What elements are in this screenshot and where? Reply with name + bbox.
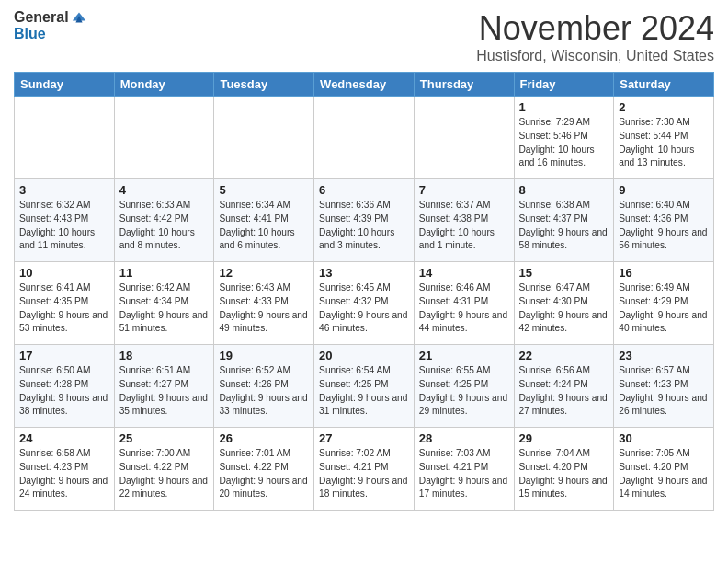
calendar-cell: 16Sunrise: 6:49 AMSunset: 4:29 PMDayligh… [614,262,714,345]
day-info: Sunrise: 6:34 AMSunset: 4:41 PMDaylight:… [219,199,309,253]
day-info: Sunrise: 7:00 AMSunset: 4:22 PMDaylight:… [119,447,210,501]
day-number: 10 [19,266,109,280]
calendar-cell [414,97,514,179]
location-text: Hustisford, Wisconsin, United States [476,48,714,64]
day-info: Sunrise: 6:43 AMSunset: 4:33 PMDaylight:… [219,282,309,336]
day-number: 12 [219,266,309,280]
day-info: Sunrise: 6:40 AMSunset: 4:36 PMDaylight:… [619,199,709,253]
logo: General Blue [14,9,87,42]
calendar-cell: 15Sunrise: 6:47 AMSunset: 4:30 PMDayligh… [514,262,614,345]
day-info: Sunrise: 6:50 AMSunset: 4:28 PMDaylight:… [19,364,109,419]
day-info: Sunrise: 6:52 AMSunset: 4:26 PMDaylight:… [219,364,309,419]
day-info: Sunrise: 6:36 AMSunset: 4:39 PMDaylight:… [319,199,409,253]
day-info: Sunrise: 6:33 AMSunset: 4:42 PMDaylight:… [119,199,210,253]
day-number: 13 [319,266,409,280]
calendar-table: SundayMondayTuesdayWednesdayThursdayFrid… [14,72,714,511]
day-info: Sunrise: 7:04 AMSunset: 4:20 PMDaylight:… [519,447,609,501]
weekday-header-thursday: Thursday [414,73,514,97]
calendar-cell: 27Sunrise: 7:02 AMSunset: 4:21 PMDayligh… [314,428,415,511]
day-number: 15 [519,266,609,280]
calendar-week-row: 10Sunrise: 6:41 AMSunset: 4:35 PMDayligh… [15,262,714,345]
day-number: 16 [619,266,709,280]
day-info: Sunrise: 7:29 AMSunset: 5:46 PMDaylight:… [519,116,609,170]
day-number: 29 [519,431,609,445]
calendar-cell [214,97,314,179]
day-info: Sunrise: 6:42 AMSunset: 4:34 PMDaylight:… [119,282,210,336]
weekday-header-saturday: Saturday [614,73,714,97]
calendar-cell: 2Sunrise: 7:30 AMSunset: 5:44 PMDaylight… [614,97,714,179]
day-number: 7 [419,183,509,197]
calendar-cell: 6Sunrise: 6:36 AMSunset: 4:39 PMDaylight… [314,179,415,262]
day-info: Sunrise: 7:30 AMSunset: 5:44 PMDaylight:… [619,116,709,170]
day-number: 8 [519,183,609,197]
day-number: 2 [619,100,709,114]
calendar-cell: 30Sunrise: 7:05 AMSunset: 4:20 PMDayligh… [614,428,714,511]
weekday-header-wednesday: Wednesday [314,73,415,97]
calendar-cell: 25Sunrise: 7:00 AMSunset: 4:22 PMDayligh… [114,428,214,511]
day-info: Sunrise: 6:45 AMSunset: 4:32 PMDaylight:… [319,282,409,336]
day-info: Sunrise: 7:05 AMSunset: 4:20 PMDaylight:… [619,447,709,501]
calendar-cell: 5Sunrise: 6:34 AMSunset: 4:41 PMDaylight… [214,179,314,262]
calendar-cell: 26Sunrise: 7:01 AMSunset: 4:22 PMDayligh… [214,428,314,511]
day-info: Sunrise: 6:49 AMSunset: 4:29 PMDaylight:… [619,282,709,336]
day-info: Sunrise: 6:57 AMSunset: 4:23 PMDaylight:… [619,364,709,419]
calendar-cell: 20Sunrise: 6:54 AMSunset: 4:25 PMDayligh… [314,345,415,428]
weekday-header-friday: Friday [514,73,614,97]
calendar-cell: 24Sunrise: 6:58 AMSunset: 4:23 PMDayligh… [15,428,115,511]
day-number: 24 [19,431,109,445]
day-info: Sunrise: 6:38 AMSunset: 4:37 PMDaylight:… [519,199,609,253]
logo-icon [71,9,87,26]
day-number: 6 [319,183,409,197]
calendar-cell: 14Sunrise: 6:46 AMSunset: 4:31 PMDayligh… [414,262,514,345]
day-info: Sunrise: 6:55 AMSunset: 4:25 PMDaylight:… [419,364,509,419]
day-info: Sunrise: 6:51 AMSunset: 4:27 PMDaylight:… [119,364,210,419]
day-info: Sunrise: 7:02 AMSunset: 4:21 PMDaylight:… [319,447,409,501]
calendar-week-row: 17Sunrise: 6:50 AMSunset: 4:28 PMDayligh… [15,345,714,428]
day-number: 11 [119,266,210,280]
day-number: 5 [219,183,309,197]
day-number: 26 [219,431,309,445]
day-info: Sunrise: 6:37 AMSunset: 4:38 PMDaylight:… [419,199,509,253]
calendar-cell: 7Sunrise: 6:37 AMSunset: 4:38 PMDaylight… [414,179,514,262]
weekday-header-row: SundayMondayTuesdayWednesdayThursdayFrid… [15,73,714,97]
day-number: 20 [319,349,409,362]
day-info: Sunrise: 6:46 AMSunset: 4:31 PMDaylight:… [419,282,509,336]
day-number: 28 [419,431,509,445]
calendar-cell: 22Sunrise: 6:56 AMSunset: 4:24 PMDayligh… [514,345,614,428]
calendar-cell: 19Sunrise: 6:52 AMSunset: 4:26 PMDayligh… [214,345,314,428]
calendar-cell [114,97,214,179]
weekday-header-monday: Monday [114,73,214,97]
month-title: November 2024 [476,9,714,48]
page-header: General Blue November 2024 Hustisford, W… [14,9,714,64]
weekday-header-sunday: Sunday [15,73,115,97]
day-info: Sunrise: 7:03 AMSunset: 4:21 PMDaylight:… [419,447,509,501]
day-number: 4 [119,183,210,197]
calendar-week-row: 1Sunrise: 7:29 AMSunset: 5:46 PMDaylight… [15,97,714,179]
calendar-cell: 3Sunrise: 6:32 AMSunset: 4:43 PMDaylight… [15,179,115,262]
day-number: 25 [119,431,210,445]
day-info: Sunrise: 6:56 AMSunset: 4:24 PMDaylight:… [519,364,609,419]
calendar-cell: 1Sunrise: 7:29 AMSunset: 5:46 PMDaylight… [514,97,614,179]
day-number: 30 [619,431,709,445]
day-number: 3 [19,183,109,197]
calendar-week-row: 3Sunrise: 6:32 AMSunset: 4:43 PMDaylight… [15,179,714,262]
day-number: 19 [219,349,309,362]
day-number: 21 [419,349,509,362]
calendar-cell: 13Sunrise: 6:45 AMSunset: 4:32 PMDayligh… [314,262,415,345]
day-number: 23 [619,349,709,362]
calendar-cell: 23Sunrise: 6:57 AMSunset: 4:23 PMDayligh… [614,345,714,428]
calendar-cell: 12Sunrise: 6:43 AMSunset: 4:33 PMDayligh… [214,262,314,345]
calendar-cell: 8Sunrise: 6:38 AMSunset: 4:37 PMDaylight… [514,179,614,262]
calendar-cell: 4Sunrise: 6:33 AMSunset: 4:42 PMDaylight… [114,179,214,262]
calendar-cell: 21Sunrise: 6:55 AMSunset: 4:25 PMDayligh… [414,345,514,428]
day-info: Sunrise: 6:47 AMSunset: 4:30 PMDaylight:… [519,282,609,336]
title-area: November 2024 Hustisford, Wisconsin, Uni… [476,9,714,64]
day-number: 9 [619,183,709,197]
logo-blue-text: Blue [14,26,46,42]
day-number: 17 [19,349,109,362]
calendar-cell: 17Sunrise: 6:50 AMSunset: 4:28 PMDayligh… [15,345,115,428]
logo-general-text: General [14,9,69,26]
calendar-cell: 10Sunrise: 6:41 AMSunset: 4:35 PMDayligh… [15,262,115,345]
calendar-cell: 28Sunrise: 7:03 AMSunset: 4:21 PMDayligh… [414,428,514,511]
day-info: Sunrise: 6:58 AMSunset: 4:23 PMDaylight:… [19,447,109,501]
